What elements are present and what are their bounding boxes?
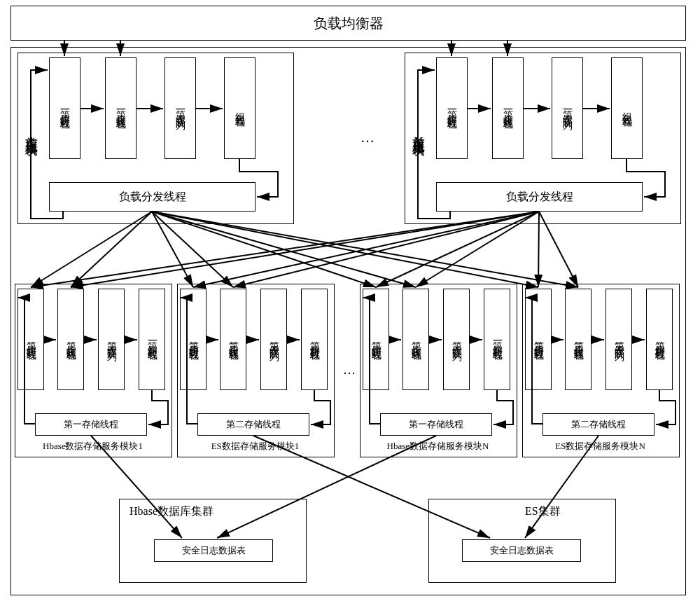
collector-1-cache: 第一缓存队列 — [164, 57, 196, 159]
hbase1-store: 第一存储线程 — [35, 413, 147, 436]
hbasen-store: 第一存储线程 — [380, 413, 492, 436]
esn-cache: 第三缓存队列 — [606, 289, 632, 390]
es1-label: ES数据存储服务模块1 — [180, 440, 330, 453]
esn-parse: 第二解析线程 — [646, 289, 673, 390]
collector-1-distribute: 负载分发线程 — [49, 182, 255, 212]
es1-listen: 第三侦听线程 — [180, 289, 206, 390]
hbase1-cache: 第二缓存队列 — [98, 289, 125, 390]
hbasen-receive: 第二接收线程 — [402, 289, 429, 390]
collector-n-listen: 第一侦听线程 — [436, 57, 468, 159]
esn-listen: 第三侦听线程 — [525, 289, 552, 390]
es1-parse: 第二解析线程 — [301, 289, 328, 390]
collector-n-cache: 第一缓存队列 — [552, 57, 583, 159]
hbasen-listen: 第二侦听线程 — [363, 289, 389, 390]
module-ellipsis: … — [343, 363, 356, 378]
es1-receive: 第三接收线程 — [220, 289, 246, 390]
hbasen-label: Hbase数据存储服务模块N — [363, 440, 513, 453]
esn-receive: 第三接收线程 — [565, 289, 592, 390]
esn-label: ES数据存储服务模块N — [525, 440, 676, 453]
collector-1-title: 前置采集模块1 — [21, 56, 42, 221]
collector-n-pack: 组包线程 — [611, 57, 643, 159]
hbase-cluster-table: 安全日志数据表 — [154, 539, 273, 562]
hbasen-parse: 第一解析线程 — [484, 289, 510, 390]
collector-1-listen: 第一侦听线程 — [49, 57, 80, 159]
hbase1-label: Hbase数据存储服务模块1 — [18, 440, 168, 453]
collector-1-receive: 第一接收线程 — [105, 57, 136, 159]
hbase1-parse: 第一解析线程 — [139, 289, 165, 390]
esn-store: 第二存储线程 — [542, 413, 654, 436]
es-cluster-title: ES集群 — [525, 504, 561, 519]
es-cluster-table: 安全日志数据表 — [462, 539, 581, 562]
collector-ellipsis: … — [360, 130, 374, 146]
collector-n-title: 前置采集模块N — [408, 56, 429, 221]
es1-cache: 第三缓存队列 — [260, 289, 287, 390]
es1-store: 第二存储线程 — [197, 413, 309, 436]
hbase-cluster-title: Hbase数据库集群 — [130, 504, 214, 519]
collector-n-distribute: 负载分发线程 — [436, 182, 643, 212]
hbasen-cache: 第二缓存队列 — [443, 289, 470, 390]
hbase1-listen: 第二侦听线程 — [18, 289, 44, 390]
collector-1-pack: 组包线程 — [224, 57, 255, 159]
load-balancer: 负载均衡器 — [10, 6, 686, 41]
hbase1-receive: 第二接收线程 — [57, 289, 84, 390]
collector-n-receive: 第一接收线程 — [492, 57, 524, 159]
